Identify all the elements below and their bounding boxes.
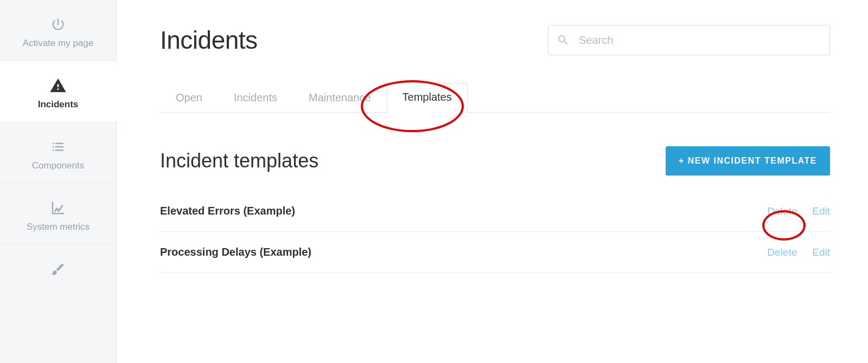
delete-link[interactable]: Delete (767, 247, 797, 258)
chart-icon (50, 199, 66, 217)
sidebar-item-label: Incidents (38, 99, 79, 110)
tabs: Open Incidents Maintenance Templates (160, 82, 830, 113)
search-input[interactable] (548, 25, 830, 55)
sidebar-item-customize[interactable] (0, 245, 116, 295)
sidebar-item-incidents[interactable]: Incidents (0, 61, 117, 122)
sidebar-item-metrics[interactable]: System metrics (0, 184, 116, 245)
template-list: Elevated Errors (Example) Delete Edit Pr… (160, 191, 830, 273)
template-row: Processing Delays (Example) Delete Edit (160, 232, 830, 273)
section-title: Incident templates (160, 150, 318, 172)
power-icon (50, 15, 66, 34)
new-incident-template-button[interactable]: + NEW INCIDENT TEMPLATE (666, 146, 830, 176)
search-wrap (548, 25, 830, 55)
page-title: Incidents (160, 25, 258, 55)
tab-open[interactable]: Open (160, 83, 218, 113)
edit-link[interactable]: Edit (812, 247, 830, 258)
sidebar: Activate my page Incidents Components Sy… (0, 0, 117, 363)
tab-incidents[interactable]: Incidents (218, 83, 293, 113)
warning-icon (49, 76, 67, 95)
template-name: Processing Delays (Example) (160, 246, 311, 258)
tab-maintenance[interactable]: Maintenance (293, 83, 387, 113)
sidebar-item-activate[interactable]: Activate my page (0, 0, 116, 61)
sidebar-item-components[interactable]: Components (0, 122, 116, 184)
template-name: Elevated Errors (Example) (160, 205, 295, 217)
template-row: Elevated Errors (Example) Delete Edit (160, 191, 830, 232)
edit-link[interactable]: Edit (812, 205, 830, 217)
brush-icon (50, 260, 66, 278)
delete-link[interactable]: Delete (767, 205, 797, 217)
sidebar-item-label: System metrics (27, 222, 90, 232)
sidebar-item-label: Activate my page (23, 38, 93, 49)
list-icon (50, 138, 66, 156)
main-content: Incidents Open Incidents Maintenance Tem… (117, 0, 868, 363)
search-icon (557, 34, 570, 47)
tab-templates[interactable]: Templates (387, 83, 468, 113)
sidebar-item-label: Components (32, 160, 84, 171)
